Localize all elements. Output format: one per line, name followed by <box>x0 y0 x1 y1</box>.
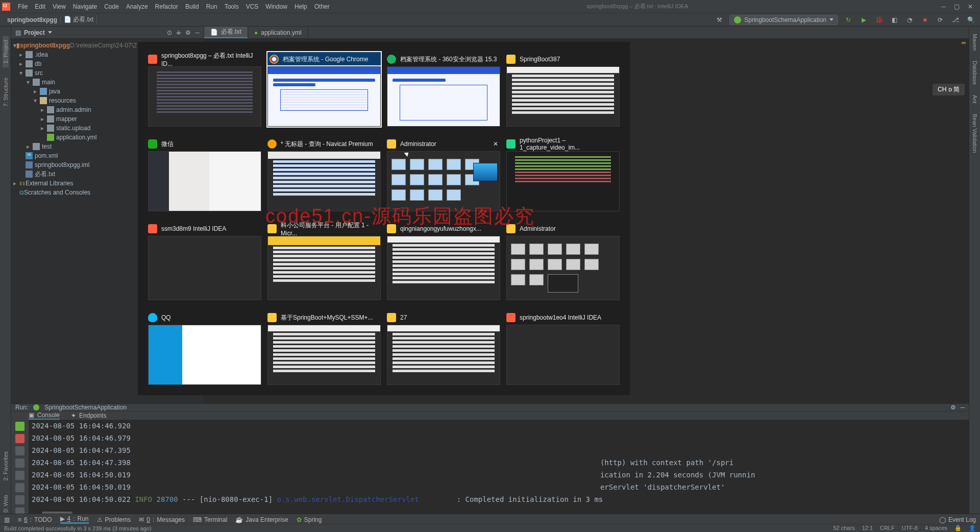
tb-terminal[interactable]: ⌨ Terminal <box>193 516 227 523</box>
restart-button[interactable] <box>15 446 24 455</box>
update-icon[interactable]: ⟳ <box>935 15 945 25</box>
tb-spring[interactable]: ✿ Spring <box>297 516 322 523</box>
alt-tab-card[interactable]: springboot8xpgg – 必看.txt IntelliJ ID... … <box>148 52 261 127</box>
rerun-icon[interactable]: ↻ <box>843 15 853 25</box>
status-chars[interactable]: 52 chars <box>833 525 854 531</box>
tb-messages[interactable]: ✉ 0: Messages <box>139 516 185 523</box>
hammer-icon[interactable]: ⚒ <box>714 15 724 25</box>
alt-tab-card[interactable]: 微信 ✕ <box>148 137 261 211</box>
close-icon[interactable]: ✕ <box>968 3 973 10</box>
folder-icon <box>387 313 396 322</box>
rerun-button[interactable] <box>15 422 24 431</box>
menu-refactor[interactable]: Refactor <box>152 3 182 10</box>
right-tab-ant[interactable]: Ant <box>972 92 978 107</box>
right-tab-bean-validation[interactable]: Bean Validation <box>972 111 978 156</box>
alt-tab-card[interactable]: Administrator ✕ <box>506 222 620 300</box>
alt-tab-card[interactable]: springbootw1eo4 IntelliJ IDEA ✕ <box>506 310 620 385</box>
gear-icon[interactable]: ⚙ <box>950 404 956 411</box>
maximize-icon[interactable]: ▢ <box>954 3 960 10</box>
coverage-icon[interactable]: ◧ <box>889 15 899 25</box>
tb-problems[interactable]: ⚠ Problems <box>97 516 131 523</box>
alt-tab-card[interactable]: Administrator ✕ <box>387 137 500 211</box>
menu-help[interactable]: Help <box>291 3 311 10</box>
event-log-button[interactable]: ◯ Event Log <box>939 516 976 523</box>
chevron-down-icon[interactable] <box>48 31 52 34</box>
pin-button[interactable] <box>15 495 24 504</box>
close-icon[interactable]: ✕ <box>491 139 500 149</box>
warning-stripe[interactable] <box>962 42 966 44</box>
right-tab-maven[interactable]: Maven <box>972 31 978 54</box>
status-indent[interactable]: 4 spaces <box>925 525 947 531</box>
status-encoding[interactable]: UTF-8 <box>902 525 918 531</box>
menu-window[interactable]: Window <box>262 3 291 10</box>
tb-todo[interactable]: ≡ 6: TODO <box>18 516 52 523</box>
status-line-ending[interactable]: CRLF <box>880 525 895 531</box>
alt-tab-card[interactable]: qingniangongyufuwuzhongx... ✕ <box>387 222 500 300</box>
left-tab-project[interactable]: 1: Project <box>3 36 9 67</box>
tb-run[interactable]: ▶ 4: Run <box>60 515 89 524</box>
alt-tab-card[interactable]: QQ ✕ <box>148 310 261 385</box>
right-tool-strip: Maven Database Ant Bean Validation <box>969 27 980 517</box>
left-tab-web[interactable]: 0: Web <box>3 491 9 517</box>
left-tab-favorites[interactable]: 2: Favorites <box>3 447 9 485</box>
console-output[interactable]: 2024-08-05 16:04:46.920 2024-08-05 16:04… <box>29 420 969 517</box>
debug-icon[interactable]: 🐞 <box>874 15 884 25</box>
hide-icon[interactable]: ─ <box>195 29 200 36</box>
lock-icon[interactable]: 🔒 <box>954 525 962 531</box>
expand-icon[interactable]: ≑ <box>176 29 181 36</box>
tb-java-enterprise[interactable]: ☕ Java Enterprise <box>235 516 288 523</box>
tool-window-quick-access[interactable]: ▥ <box>4 516 10 523</box>
alt-tab-card[interactable]: 27 ✕ <box>387 310 500 385</box>
menu-navigate[interactable]: Navigate <box>69 3 101 10</box>
status-caret[interactable]: 12:1 <box>862 525 873 531</box>
menu-tools[interactable]: Tools <box>221 3 242 10</box>
run-config-select[interactable]: SpringbootSchemaApplication <box>729 15 838 25</box>
breadcrumb-file[interactable]: 📄 必看.txt <box>61 15 97 24</box>
alt-tab-card[interactable]: ssm3d8m9 IntelliJ IDEA ✕ <box>148 222 261 300</box>
alt-tab-title: Administrator <box>400 140 436 148</box>
editor-tab-2[interactable]: ● application.yml <box>248 27 308 38</box>
intellij-icon <box>2 3 10 11</box>
alt-tab-card[interactable]: SpringBoot387 ✕ <box>506 52 620 127</box>
hide-icon[interactable]: ─ <box>960 404 965 411</box>
panel-title[interactable]: Project <box>24 29 45 36</box>
menu-run[interactable]: Run <box>203 3 221 10</box>
dump-button[interactable] <box>15 458 24 468</box>
run-tab-console[interactable]: ▣ Console <box>29 412 60 420</box>
gear-icon[interactable]: ⚙ <box>185 29 191 36</box>
menu-other[interactable]: Other <box>311 3 333 10</box>
wechat-icon <box>148 139 157 149</box>
search-icon[interactable]: 🔍 <box>966 15 976 25</box>
menu-build[interactable]: Build <box>182 3 203 10</box>
git-icon[interactable]: ⎇ <box>950 15 961 25</box>
exit-button[interactable] <box>15 471 24 480</box>
left-tab-structure[interactable]: 7: Structure <box>3 74 9 111</box>
menu-vcs[interactable]: VCS <box>242 3 262 10</box>
right-tab-database[interactable]: Database <box>972 58 978 88</box>
menu-view[interactable]: View <box>49 3 69 10</box>
alt-tab-card[interactable]: pythonProject1 – 1_capture_video_im... ✕ <box>506 137 620 211</box>
profile-icon[interactable]: ◔ <box>904 15 915 25</box>
breadcrumb-project[interactable]: springboot8xpgg <box>4 16 61 23</box>
menu-analyze[interactable]: Analyze <box>122 3 152 10</box>
editor-tab-1[interactable]: 📄 必看.txt <box>204 27 248 38</box>
run-icon[interactable]: ▶ <box>859 15 869 25</box>
alt-tab-card[interactable]: 档案管理系统 - Google Chrome ✕ <box>267 52 381 127</box>
alt-tab-card[interactable]: 档案管理系统 - 360安全浏览器 15.3 ✕ <box>387 52 500 127</box>
menu-file[interactable]: File <box>14 3 31 10</box>
minimize-icon[interactable]: ─ <box>941 3 946 10</box>
menu-code[interactable]: Code <box>101 3 122 10</box>
alt-tab-card[interactable]: 科小公司服务平台 - 用户配置 1 - Micr... ✕ <box>267 222 381 300</box>
run-tab-endpoints[interactable]: ✦ Endpoints <box>71 412 106 419</box>
target-icon[interactable]: ⊙ <box>167 29 172 36</box>
alt-tab-card[interactable]: * 无标题 - 查询 - Navicat Premium ✕ <box>267 137 381 211</box>
alt-tab-card[interactable]: 基于SpringBoot+MySQL+SSM+... ✕ <box>267 310 381 385</box>
stop-icon[interactable]: ■ <box>920 15 930 25</box>
bottom-tool-bar: ▥ ≡ 6: TODO ▶ 4: Run ⚠ Problems ✉ 0: Mes… <box>0 514 980 525</box>
stop-button[interactable] <box>15 434 24 443</box>
inspections-icon[interactable]: 👤 <box>969 525 976 531</box>
folder-icon <box>267 313 277 322</box>
menu-edit[interactable]: Edit <box>31 3 49 10</box>
navicat-icon <box>267 139 277 149</box>
layout-button[interactable] <box>15 483 24 492</box>
